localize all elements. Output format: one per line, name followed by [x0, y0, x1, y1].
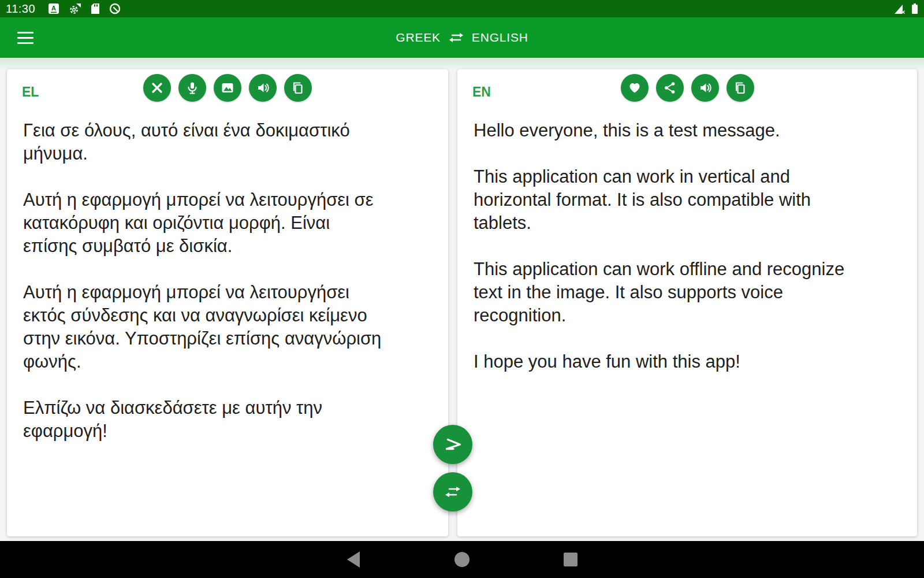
translation-paragraph: I hope you have fun with this app!: [474, 350, 902, 373]
translation-panel-header: EN: [457, 69, 917, 118]
image-ocr-button[interactable]: [214, 74, 241, 102]
signal-off-icon: [894, 3, 907, 14]
speaker-button-translation[interactable]: [691, 74, 719, 102]
android-navigation-bar: [0, 541, 924, 578]
source-text-area[interactable]: Γεια σε όλους, αυτό είναι ένα δοκιμαστικ…: [7, 118, 448, 443]
swap-languages-icon[interactable]: [449, 31, 464, 44]
source-panel-toolbar: [7, 74, 448, 102]
gear-wifi-icon: [69, 3, 81, 14]
translation-paragraph: This application can work in vertical an…: [474, 165, 902, 235]
send-icon: [442, 433, 464, 455]
status-bar: 11:30 A: [0, 0, 924, 17]
recents-icon: [564, 553, 578, 566]
back-icon: [347, 551, 360, 568]
app-bar: GREEK ENGLISH: [0, 17, 924, 58]
swap-panels-icon: [444, 484, 461, 499]
language-pair-title[interactable]: GREEK ENGLISH: [0, 31, 924, 45]
swap-panels-button[interactable]: [433, 472, 472, 512]
home-icon: [454, 552, 470, 567]
translation-paragraph: This application can work offline and re…: [474, 258, 902, 327]
status-bar-notification-icons: A: [48, 3, 121, 14]
share-button[interactable]: [656, 74, 684, 102]
copy-button-translation[interactable]: [726, 74, 754, 102]
source-text-panel[interactable]: EL Γεια σε όλους, αυτό είναι ένα δοκιμασ…: [7, 69, 448, 536]
microphone-button[interactable]: [178, 74, 206, 102]
translation-panel-toolbar: [457, 74, 917, 102]
battery-icon: [911, 3, 918, 14]
translation-paragraph: Hello everyone, this is a test message.: [474, 119, 902, 142]
recents-button[interactable]: [553, 546, 588, 573]
source-paragraph: Γεια σε όλους, αυτό είναι ένα δοκιμαστικ…: [23, 119, 433, 165]
source-paragraph: Ελπίζω να διασκεδάσετε με αυτήν την εφαρ…: [23, 397, 433, 443]
translate-send-button[interactable]: [433, 425, 472, 464]
source-panel-header: EL: [7, 69, 448, 118]
translation-text-area: Hello everyone, this is a test message. …: [457, 118, 917, 373]
back-button[interactable]: [336, 546, 371, 573]
home-button[interactable]: [445, 546, 479, 573]
source-language-label[interactable]: GREEK: [396, 31, 441, 45]
status-bar-system-icons: [894, 3, 918, 14]
speaker-button-source[interactable]: [249, 74, 277, 102]
source-paragraph: Αυτή η εφαρμογή μπορεί να λειτουργήσει ε…: [23, 281, 433, 373]
target-language-label[interactable]: ENGLISH: [472, 31, 528, 45]
svg-text:A: A: [51, 5, 56, 12]
clear-text-button[interactable]: [143, 74, 171, 102]
data-saver-icon: [109, 3, 121, 14]
translate-notification-icon: A: [48, 3, 59, 14]
sd-card-icon: [91, 3, 100, 14]
source-paragraph: Αυτή η εφαρμογή μπορεί να λειτουργήσει σ…: [23, 188, 433, 258]
favorite-button[interactable]: [621, 74, 649, 102]
app-bar-shadow: [0, 58, 924, 69]
translation-text-panel[interactable]: EN Hello everyone, this is a test messag…: [457, 69, 917, 536]
copy-button-source[interactable]: [284, 74, 312, 102]
clock: 11:30: [6, 2, 35, 16]
